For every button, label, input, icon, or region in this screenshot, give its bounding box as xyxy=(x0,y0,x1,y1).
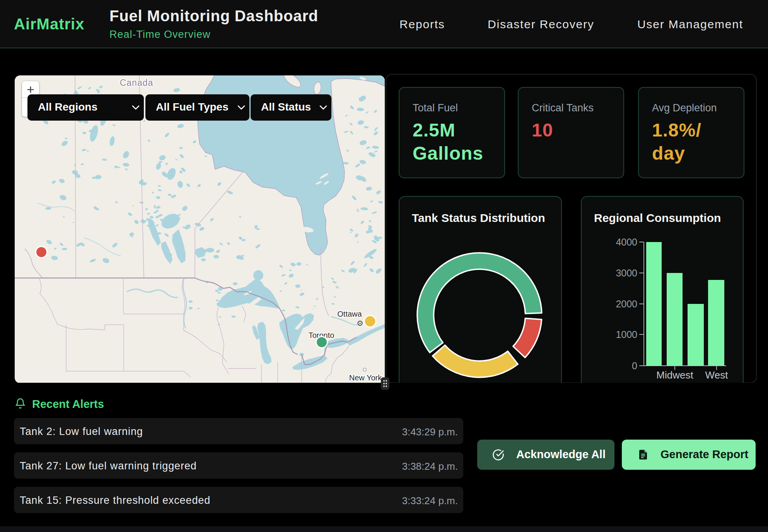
svg-text:2000: 2000 xyxy=(616,298,637,309)
svg-text:Midwest: Midwest xyxy=(656,369,693,381)
svg-text:0: 0 xyxy=(632,360,637,371)
svg-text:Ottawa: Ottawa xyxy=(337,310,362,318)
svg-text:New York: New York xyxy=(349,373,382,382)
svg-text:Canada: Canada xyxy=(120,78,154,88)
svg-text:1000: 1000 xyxy=(616,329,637,340)
svg-text:4000: 4000 xyxy=(616,237,637,247)
svg-text:West: West xyxy=(705,369,729,381)
svg-text:3000: 3000 xyxy=(616,268,637,278)
